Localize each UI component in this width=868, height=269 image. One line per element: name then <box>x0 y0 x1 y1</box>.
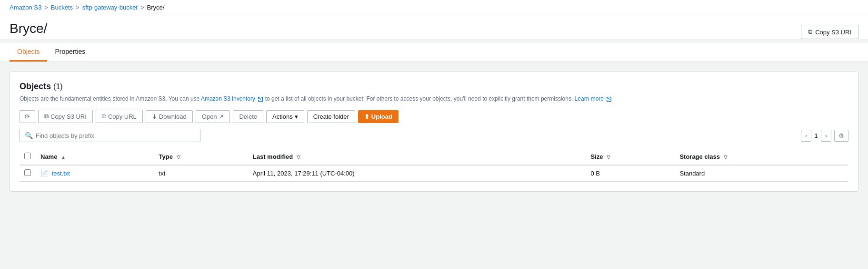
download-icon: ⬇ <box>152 113 157 120</box>
desc-middle: to get a list of all objects in your buc… <box>265 95 573 102</box>
th-storage-class[interactable]: Storage class ▽ <box>675 149 848 165</box>
row-checkbox[interactable] <box>24 169 31 176</box>
copy-s3-uri-button-top[interactable]: ⧉ Copy S3 URI <box>801 25 858 39</box>
copy-url-btn-label: Copy URL <box>108 113 137 120</box>
pagination-next-button[interactable]: › <box>821 130 831 142</box>
row-size-cell: 0 B <box>586 165 675 182</box>
row-type-cell: txt <box>154 165 248 182</box>
pagination-prev-button[interactable]: ‹ <box>801 130 811 142</box>
inventory-link-icon <box>258 96 263 102</box>
row-name-cell: 📄 test.txt <box>36 165 154 182</box>
row-storage-class: Standard <box>679 170 705 177</box>
breadcrumb-buckets[interactable]: Buckets <box>51 4 73 11</box>
copy-url-button[interactable]: ⧉ Copy URL <box>96 110 143 123</box>
th-storage-class-label: Storage class <box>679 153 720 160</box>
learn-more-link[interactable]: Learn more <box>575 95 604 102</box>
objects-panel: Objects (1) Objects are the fundamental … <box>10 72 858 192</box>
copy-s3-uri-label-top: Copy S3 URI <box>815 29 851 36</box>
select-all-checkbox[interactable] <box>24 153 31 159</box>
learn-more-icon <box>606 96 612 102</box>
breadcrumb-sep-2: > <box>76 4 80 11</box>
actions-button[interactable]: Actions ▾ <box>266 110 304 123</box>
tab-objects[interactable]: Objects <box>10 43 47 62</box>
table-body: 📄 test.txt txt April 11, 2023, 17:29:11 … <box>20 165 848 182</box>
actions-chevron-icon: ▾ <box>295 113 298 120</box>
th-name[interactable]: Name ▲ <box>36 149 154 165</box>
upload-btn-label: Upload <box>371 113 392 120</box>
th-name-sort-icon: ▲ <box>61 155 66 160</box>
copy-s3-uri-btn-label: Copy S3 URI <box>50 113 87 120</box>
actions-btn-label: Actions <box>272 113 293 120</box>
objects-description: Objects are the fundamental entities sto… <box>20 94 848 103</box>
row-checkbox-cell <box>20 165 36 182</box>
file-link[interactable]: test.txt <box>52 170 70 177</box>
th-name-label: Name <box>40 153 57 160</box>
breadcrumb-amazon-s3[interactable]: Amazon S3 <box>10 4 41 11</box>
settings-button[interactable]: ⚙ <box>834 130 848 142</box>
th-size-label: Size <box>590 153 603 160</box>
objects-label: Objects <box>20 82 51 91</box>
search-bar: 🔍 ‹ 1 › ⚙ <box>20 129 848 142</box>
pagination-wrap: ‹ 1 › ⚙ <box>801 130 848 142</box>
row-size: 0 B <box>590 170 600 177</box>
th-size-sort-icon: ▽ <box>607 155 610 160</box>
inventory-link[interactable]: Amazon S3 inventory <box>201 95 255 102</box>
tab-properties[interactable]: Properties <box>47 43 93 62</box>
upload-icon: ⬆ <box>364 113 369 120</box>
row-last-modified: April 11, 2023, 17:29:11 (UTC-04:00) <box>253 170 355 177</box>
search-icon: 🔍 <box>25 132 33 139</box>
row-storage-class-cell: Standard <box>675 165 848 182</box>
th-last-modified-label: Last modified <box>253 153 293 160</box>
page-title: Bryce/ <box>10 21 47 36</box>
create-folder-btn-label: Create folder <box>313 113 349 120</box>
desc-prefix: Objects are the fundamental entities sto… <box>20 95 201 102</box>
breadcrumb-current: Bryce/ <box>147 4 165 11</box>
open-ext-icon: ↗ <box>219 113 224 120</box>
breadcrumb-sep-3: > <box>140 4 144 11</box>
th-checkbox <box>20 149 36 165</box>
open-button[interactable]: Open ↗ <box>196 110 230 123</box>
breadcrumb-sep-1: > <box>44 4 48 11</box>
top-bar: Amazon S3 > Buckets > sftp-gateway-bucke… <box>0 0 868 15</box>
objects-count: (1) <box>53 83 63 91</box>
copy-icon-top: ⧉ <box>808 28 812 36</box>
copy-s3-uri-button[interactable]: ⧉ Copy S3 URI <box>38 110 93 123</box>
row-last-modified-cell: April 11, 2023, 17:29:11 (UTC-04:00) <box>248 165 586 182</box>
table-header-row: Name ▲ Type ▽ Last modified ▽ Size ▽ <box>20 149 848 165</box>
refresh-button[interactable]: ⟳ <box>20 110 35 123</box>
table-header: Name ▲ Type ▽ Last modified ▽ Size ▽ <box>20 149 848 165</box>
th-type-label: Type <box>159 153 173 160</box>
th-type[interactable]: Type ▽ <box>154 149 248 165</box>
open-btn-label: Open <box>202 113 217 120</box>
refresh-icon: ⟳ <box>25 113 30 120</box>
file-icon: 📄 <box>40 170 48 177</box>
th-last-modified-sort-icon: ▽ <box>297 155 300 160</box>
copy-s3-uri-icon: ⧉ <box>44 113 49 120</box>
create-folder-button[interactable]: Create folder <box>307 110 355 123</box>
search-input[interactable] <box>36 132 195 139</box>
objects-panel-header: Objects (1) <box>20 82 848 92</box>
row-type: txt <box>159 170 166 177</box>
delete-btn-label: Delete <box>239 113 257 120</box>
copy-url-icon: ⧉ <box>102 113 106 120</box>
breadcrumb-bucket-name[interactable]: sftp-gateway-bucket <box>82 4 138 11</box>
main-content: Objects (1) Objects are the fundamental … <box>0 62 868 201</box>
th-type-sort-icon: ▽ <box>177 155 180 160</box>
th-size[interactable]: Size ▽ <box>586 149 675 165</box>
objects-table: Name ▲ Type ▽ Last modified ▽ Size ▽ <box>20 149 848 182</box>
search-input-wrap: 🔍 <box>20 129 200 142</box>
upload-button[interactable]: ⬆ Upload <box>358 110 399 123</box>
download-btn-label: Download <box>159 113 187 120</box>
breadcrumb: Amazon S3 > Buckets > sftp-gateway-bucke… <box>10 4 858 11</box>
th-last-modified[interactable]: Last modified ▽ <box>248 149 586 165</box>
tabs-bar: Objects Properties <box>0 43 868 62</box>
download-button[interactable]: ⬇ Download <box>146 110 193 123</box>
pagination-current: 1 <box>814 132 818 139</box>
toolbar: ⟳ ⧉ Copy S3 URI ⧉ Copy URL ⬇ Download Op… <box>20 110 848 123</box>
page-header: Bryce/ ⧉ Copy S3 URI <box>0 15 868 39</box>
table-row: 📄 test.txt txt April 11, 2023, 17:29:11 … <box>20 165 848 182</box>
delete-button[interactable]: Delete <box>233 110 263 123</box>
th-storage-class-sort-icon: ▽ <box>724 155 728 160</box>
